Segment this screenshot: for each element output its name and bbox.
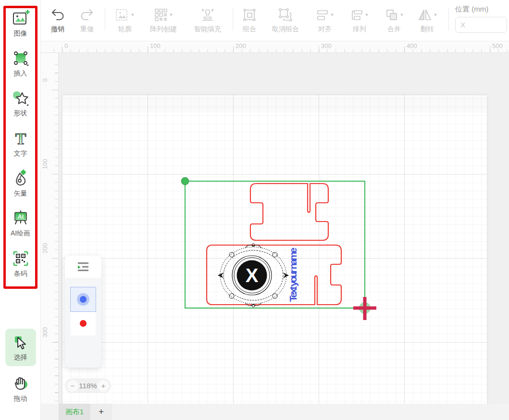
add-canvas-button[interactable]: + [90,404,112,420]
toolbar-separator [448,8,449,31]
canvas-objects: X Text your name [62,95,487,420]
ungroup-icon [267,6,304,24]
canvas-tab[interactable]: 画布1 [59,404,90,420]
outline-button[interactable]: ▼ 轮廓 [110,6,140,34]
blue-color-dot [80,296,87,303]
ruler-label: 0 [41,71,49,90]
array-create-icon: ▼ [145,6,182,24]
cut-shape-top[interactable] [250,184,328,240]
toolbar-separator [233,8,233,31]
vertical-ruler: 0100200300 [41,53,59,404]
logo-letter: X [246,265,259,286]
ruler-label: 200 [236,42,246,49]
merge-icon: ▼ [379,6,410,24]
pen-nib-icon [0,169,41,188]
selection-handle-top-left[interactable] [182,178,189,185]
ungroup-button[interactable]: 取消组合 [267,6,304,34]
ruler-major-tick [490,46,490,52]
ruler-label: 100 [150,42,161,49]
smart-fill-icon [189,6,226,24]
zoom-level: 118% [79,382,97,390]
shapes-icon [0,88,41,108]
ruler-minor-ticks [41,49,509,52]
canvas-tab-bar: 画布1 + [41,404,509,420]
workspace: 0100200300400500 0100200300 [41,41,509,420]
sidebar-item-ai-draw[interactable]: AI AI绘画 [0,209,41,238]
layer-color-blue[interactable] [71,287,96,311]
position-label: 位置 (mm) [455,5,508,14]
ruler-label: 300 [321,42,332,49]
red-color-dot [80,320,87,327]
chevron-down-icon: ▼ [365,12,369,17]
design-canvas[interactable]: X Text your name [62,95,487,420]
ornate-logo-frame[interactable]: X [218,244,289,307]
svg-text:T: T [15,130,26,148]
ruler-major-tick [52,174,58,174]
chevron-down-icon: ▼ [330,12,335,17]
ruler-major-tick [404,46,405,52]
group-button[interactable]: 组合 [234,6,265,34]
hand-icon [0,374,41,393]
svg-text:AI: AI [18,213,24,220]
outline-icon: ▼ [110,6,140,24]
chevron-down-icon: ▼ [131,12,135,17]
flip-icon: ▼ [412,6,443,24]
ruler-label: 400 [407,42,417,49]
zoom-control: − 118% + [65,378,111,393]
align-icon: ▼ [310,6,340,24]
smart-fill-button[interactable]: 智能填充 [189,6,226,34]
undo-icon [42,6,73,24]
array-create-button[interactable]: ▼ 阵列创建 [145,6,182,34]
redo-button[interactable]: 重做 [72,6,102,34]
group-icon [234,6,265,24]
arrange-icon: ▼ [344,6,375,24]
redo-icon [72,6,102,24]
text-icon: T [0,129,41,148]
ruler-major-tick [62,46,62,52]
merge-button[interactable]: ▼ 合并 [379,6,410,34]
position-x-input[interactable] [455,17,507,33]
blue-color-ring [77,293,89,306]
layer-color-red[interactable] [71,311,96,335]
ruler-label: 100 [41,155,49,174]
qr-code-icon [0,249,41,268]
sidebar-item-text[interactable]: T 文字 [0,129,41,158]
sidebar-item-image[interactable]: 图像 [0,9,41,38]
sidebar-item-vector[interactable]: 矢量 [0,169,41,198]
chevron-down-icon: ▼ [400,12,404,17]
laser-crosshair-icon [353,297,376,320]
layer-list-icon [77,262,89,272]
undo-button[interactable]: 撤销 [42,6,73,34]
chevron-down-icon: ▼ [169,12,174,17]
ruler-label: 200 [41,239,49,258]
cursor-icon [0,333,41,352]
sidebar-item-drag[interactable]: 拖动 [0,374,41,403]
toolbar-separator [105,8,105,31]
sidebar-item-select[interactable]: 选择 [0,333,41,362]
zoom-out-button[interactable]: − [67,380,78,392]
design-text[interactable]: Text your name [287,247,298,302]
app-window: 撤销 重做 ▼ 轮廓 [0,0,509,420]
position-block: 位置 (mm) [455,5,508,33]
cut-shape-bottom[interactable] [207,245,341,305]
ruler-minor-ticks [55,53,58,404]
sidebar-item-shapes[interactable]: 形状 [0,88,41,118]
sidebar-item-barcode[interactable]: 条码 [0,249,41,278]
layer-panel-header[interactable] [65,256,101,278]
insert-icon [0,49,41,68]
image-icon [0,9,41,28]
ruler-label: 0 [64,42,68,49]
top-toolbar: 撤销 重做 ▼ 轮廓 [41,0,509,41]
align-button[interactable]: ▼ 对齐 [310,6,340,34]
ruler-major-tick [52,90,58,90]
ruler-major-tick [52,258,58,259]
tool-sidebar: 图像 插入 [0,0,41,420]
arrange-button[interactable]: ▼ 排列 [344,6,375,34]
sidebar-item-insert[interactable]: 插入 [0,49,41,78]
ruler-label: 300 [41,323,49,342]
flip-button[interactable]: ▼ 翻转 [412,6,443,34]
chevron-down-icon: ▼ [434,12,438,17]
layer-panel-body [65,278,101,368]
zoom-in-button[interactable]: + [98,380,109,392]
layer-color-panel [65,256,101,368]
